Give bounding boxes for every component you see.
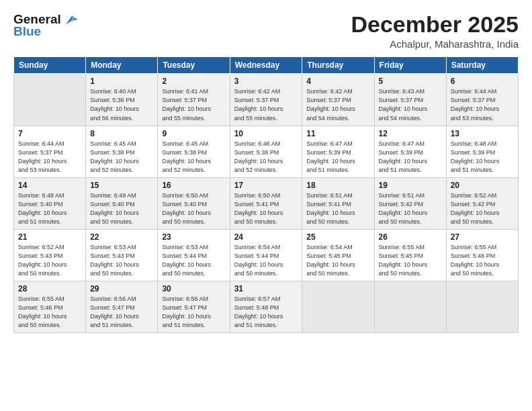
calendar-week-row: 28Sunrise: 6:55 AM Sunset: 5:46 PM Dayli… — [14, 281, 519, 333]
day-number: 8 — [90, 129, 153, 138]
weekday-header: Sunday — [14, 57, 86, 74]
weekday-header: Thursday — [302, 57, 374, 74]
calendar-cell: 4Sunrise: 6:42 AM Sunset: 5:37 PM Daylig… — [302, 74, 374, 126]
day-info: Sunrise: 6:55 AM Sunset: 5:46 PM Dayligh… — [18, 295, 81, 330]
calendar: SundayMondayTuesdayWednesdayThursdayFrid… — [13, 56, 519, 333]
day-number: 1 — [90, 77, 153, 86]
day-number: 5 — [379, 77, 442, 86]
day-number: 21 — [18, 232, 81, 242]
day-info: Sunrise: 6:48 AM Sunset: 5:40 PM Dayligh… — [18, 191, 81, 226]
day-number: 27 — [451, 232, 514, 242]
day-number: 22 — [90, 232, 153, 242]
calendar-week-row: 1Sunrise: 6:40 AM Sunset: 5:36 PM Daylig… — [14, 74, 519, 126]
calendar-week-row: 21Sunrise: 6:52 AM Sunset: 5:43 PM Dayli… — [14, 229, 519, 281]
day-info: Sunrise: 6:52 AM Sunset: 5:42 PM Dayligh… — [451, 191, 514, 226]
calendar-cell: 23Sunrise: 6:53 AM Sunset: 5:44 PM Dayli… — [158, 229, 230, 281]
day-info: Sunrise: 6:53 AM Sunset: 5:43 PM Dayligh… — [90, 243, 153, 278]
day-info: Sunrise: 6:51 AM Sunset: 5:41 PM Dayligh… — [306, 191, 369, 226]
day-number: 2 — [162, 77, 225, 86]
calendar-cell: 10Sunrise: 6:46 AM Sunset: 5:38 PM Dayli… — [230, 126, 302, 177]
day-number: 24 — [234, 232, 298, 242]
day-info: Sunrise: 6:55 AM Sunset: 5:45 PM Dayligh… — [379, 243, 442, 278]
calendar-cell: 29Sunrise: 6:56 AM Sunset: 5:47 PM Dayli… — [86, 281, 158, 333]
calendar-cell: 27Sunrise: 6:55 AM Sunset: 5:46 PM Dayli… — [446, 229, 518, 281]
calendar-cell — [374, 281, 446, 333]
calendar-cell: 9Sunrise: 6:45 AM Sunset: 5:38 PM Daylig… — [158, 126, 230, 177]
logo-bird-icon — [66, 15, 78, 25]
day-info: Sunrise: 6:42 AM Sunset: 5:37 PM Dayligh… — [306, 87, 369, 122]
day-number: 25 — [306, 232, 369, 242]
logo-blue: Blue — [13, 24, 41, 39]
day-info: Sunrise: 6:45 AM Sunset: 5:38 PM Dayligh… — [162, 140, 225, 175]
day-number: 7 — [18, 129, 81, 138]
day-number: 12 — [379, 129, 442, 138]
calendar-cell: 2Sunrise: 6:41 AM Sunset: 5:37 PM Daylig… — [158, 74, 230, 126]
calendar-cell: 16Sunrise: 6:50 AM Sunset: 5:40 PM Dayli… — [158, 177, 230, 229]
logo: General Blue — [13, 12, 78, 39]
day-info: Sunrise: 6:52 AM Sunset: 5:43 PM Dayligh… — [18, 243, 81, 278]
day-number: 15 — [90, 181, 153, 190]
day-number: 11 — [306, 129, 369, 138]
calendar-cell: 21Sunrise: 6:52 AM Sunset: 5:43 PM Dayli… — [14, 229, 86, 281]
calendar-cell: 28Sunrise: 6:55 AM Sunset: 5:46 PM Dayli… — [14, 281, 86, 333]
day-number: 23 — [162, 232, 225, 242]
calendar-cell: 8Sunrise: 6:45 AM Sunset: 5:38 PM Daylig… — [86, 126, 158, 177]
day-number: 30 — [162, 284, 225, 293]
day-number: 31 — [234, 284, 298, 293]
day-number: 10 — [234, 129, 298, 138]
day-info: Sunrise: 6:44 AM Sunset: 5:37 PM Dayligh… — [18, 140, 81, 175]
day-info: Sunrise: 6:56 AM Sunset: 5:47 PM Dayligh… — [162, 295, 225, 330]
day-info: Sunrise: 6:51 AM Sunset: 5:42 PM Dayligh… — [379, 191, 442, 226]
weekday-header: Wednesday — [230, 57, 302, 74]
calendar-cell: 15Sunrise: 6:49 AM Sunset: 5:40 PM Dayli… — [86, 177, 158, 229]
day-number: 19 — [379, 181, 442, 190]
day-number: 9 — [162, 129, 225, 138]
day-info: Sunrise: 6:57 AM Sunset: 5:48 PM Dayligh… — [234, 295, 298, 330]
day-number: 29 — [90, 284, 153, 293]
calendar-header-row: SundayMondayTuesdayWednesdayThursdayFrid… — [14, 57, 519, 74]
location: Achalpur, Maharashtra, India — [351, 38, 519, 50]
calendar-cell — [14, 74, 86, 126]
page: General Blue December 2025 Achalpur, Mah… — [0, 0, 532, 411]
day-info: Sunrise: 6:56 AM Sunset: 5:47 PM Dayligh… — [90, 295, 153, 330]
day-number: 13 — [451, 129, 514, 138]
calendar-cell: 31Sunrise: 6:57 AM Sunset: 5:48 PM Dayli… — [230, 281, 302, 333]
calendar-cell — [446, 281, 518, 333]
day-number: 17 — [234, 181, 298, 190]
calendar-cell: 7Sunrise: 6:44 AM Sunset: 5:37 PM Daylig… — [14, 126, 86, 177]
calendar-cell — [302, 281, 374, 333]
calendar-cell: 1Sunrise: 6:40 AM Sunset: 5:36 PM Daylig… — [86, 74, 158, 126]
calendar-cell: 17Sunrise: 6:50 AM Sunset: 5:41 PM Dayli… — [230, 177, 302, 229]
day-info: Sunrise: 6:46 AM Sunset: 5:38 PM Dayligh… — [234, 140, 298, 175]
calendar-cell: 30Sunrise: 6:56 AM Sunset: 5:47 PM Dayli… — [158, 281, 230, 333]
calendar-cell: 12Sunrise: 6:47 AM Sunset: 5:39 PM Dayli… — [374, 126, 446, 177]
day-number: 3 — [234, 77, 298, 86]
day-info: Sunrise: 6:40 AM Sunset: 5:36 PM Dayligh… — [90, 87, 153, 122]
day-info: Sunrise: 6:47 AM Sunset: 5:39 PM Dayligh… — [379, 140, 442, 175]
day-info: Sunrise: 6:53 AM Sunset: 5:44 PM Dayligh… — [162, 243, 225, 278]
calendar-cell: 5Sunrise: 6:43 AM Sunset: 5:37 PM Daylig… — [374, 74, 446, 126]
day-number: 18 — [306, 181, 369, 190]
calendar-cell: 13Sunrise: 6:48 AM Sunset: 5:39 PM Dayli… — [446, 126, 518, 177]
calendar-cell: 11Sunrise: 6:47 AM Sunset: 5:39 PM Dayli… — [302, 126, 374, 177]
calendar-cell: 3Sunrise: 6:42 AM Sunset: 5:37 PM Daylig… — [230, 74, 302, 126]
day-number: 20 — [451, 181, 514, 190]
calendar-cell: 14Sunrise: 6:48 AM Sunset: 5:40 PM Dayli… — [14, 177, 86, 229]
weekday-header: Tuesday — [158, 57, 230, 74]
day-info: Sunrise: 6:50 AM Sunset: 5:41 PM Dayligh… — [234, 191, 298, 226]
calendar-week-row: 7Sunrise: 6:44 AM Sunset: 5:37 PM Daylig… — [14, 126, 519, 177]
month-title: December 2025 — [351, 12, 519, 37]
day-info: Sunrise: 6:43 AM Sunset: 5:37 PM Dayligh… — [379, 87, 442, 122]
calendar-cell: 24Sunrise: 6:54 AM Sunset: 5:44 PM Dayli… — [230, 229, 302, 281]
calendar-cell: 22Sunrise: 6:53 AM Sunset: 5:43 PM Dayli… — [86, 229, 158, 281]
calendar-cell: 18Sunrise: 6:51 AM Sunset: 5:41 PM Dayli… — [302, 177, 374, 229]
day-info: Sunrise: 6:54 AM Sunset: 5:44 PM Dayligh… — [234, 243, 298, 278]
day-info: Sunrise: 6:50 AM Sunset: 5:40 PM Dayligh… — [162, 191, 225, 226]
day-info: Sunrise: 6:55 AM Sunset: 5:46 PM Dayligh… — [451, 243, 514, 278]
calendar-cell: 26Sunrise: 6:55 AM Sunset: 5:45 PM Dayli… — [374, 229, 446, 281]
day-number: 4 — [306, 77, 369, 86]
day-info: Sunrise: 6:48 AM Sunset: 5:39 PM Dayligh… — [451, 140, 514, 175]
day-info: Sunrise: 6:47 AM Sunset: 5:39 PM Dayligh… — [306, 140, 369, 175]
day-number: 14 — [18, 181, 81, 190]
day-number: 16 — [162, 181, 225, 190]
